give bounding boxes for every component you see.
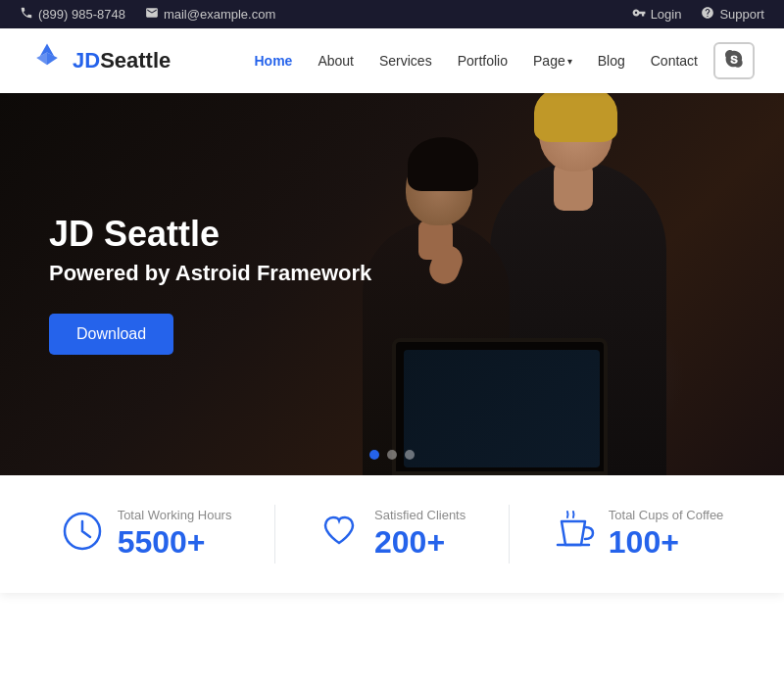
email-text: mail@example.com	[164, 7, 275, 22]
support-text: Support	[719, 7, 764, 22]
logo[interactable]: JDSeattle	[29, 40, 171, 81]
stat-coffee-value: 100+	[609, 524, 724, 561]
stat-satisfied-clients: Satisfied Clients 200+	[318, 508, 466, 561]
email-icon	[145, 6, 159, 23]
stat-divider-2	[509, 505, 510, 564]
chevron-down-icon: ▾	[567, 56, 572, 67]
nav-about[interactable]: About	[308, 47, 364, 74]
header: JDSeattle Home About Services Portfolio …	[0, 28, 784, 93]
stat-satisfied-clients-label: Satisfied Clients	[374, 508, 466, 522]
phone-link[interactable]: (899) 985-8748	[20, 6, 125, 23]
clock-icon	[61, 510, 104, 559]
nav-contact[interactable]: Contact	[641, 47, 708, 74]
top-bar-right: Login Support	[632, 6, 764, 23]
email-link[interactable]: mail@example.com	[145, 6, 275, 23]
carousel-dots	[369, 450, 415, 460]
support-link[interactable]: Support	[701, 6, 764, 23]
stat-working-hours-info: Total Working Hours 5500+	[118, 508, 232, 561]
stat-working-hours-label: Total Working Hours	[118, 508, 232, 522]
nav-blog[interactable]: Blog	[588, 47, 635, 74]
hero-title: JD Seattle	[49, 214, 371, 255]
stat-satisfied-clients-info: Satisfied Clients 200+	[374, 508, 466, 561]
key-icon	[632, 6, 646, 23]
logo-text: JDSeattle	[73, 48, 171, 74]
hero-subtitle: Powered by Astroid Framework	[49, 261, 371, 286]
phone-text: (899) 985-8748	[38, 7, 125, 22]
dot-2[interactable]	[387, 450, 397, 460]
hero-content: JD Seattle Powered by Astroid Framework …	[0, 214, 420, 355]
main-nav: Home About Services Portfolio Page ▾ Blo…	[244, 42, 755, 79]
stats-section: Total Working Hours 5500+ Satisfied Clie…	[0, 475, 784, 593]
stat-coffee-label: Total Cups of Coffee	[609, 508, 724, 522]
download-button[interactable]: Download	[49, 314, 173, 355]
logo-icon	[29, 40, 65, 81]
hero-section: JD Seattle Powered by Astroid Framework …	[0, 93, 784, 475]
dot-3[interactable]	[405, 450, 415, 460]
nav-portfolio[interactable]: Portfolio	[448, 47, 517, 74]
stat-working-hours-value: 5500+	[118, 524, 232, 561]
dot-1[interactable]	[369, 450, 379, 460]
heart-icon	[318, 510, 361, 559]
stat-working-hours: Total Working Hours 5500+	[61, 508, 232, 561]
top-bar-left: (899) 985-8748 mail@example.com	[20, 6, 275, 23]
phone-icon	[20, 6, 33, 23]
stat-divider-1	[274, 505, 275, 564]
nav-home[interactable]: Home	[244, 47, 302, 74]
stat-coffee: Total Cups of Coffee 100+	[552, 508, 724, 561]
nav-page[interactable]: Page ▾	[523, 47, 582, 74]
stat-coffee-info: Total Cups of Coffee 100+	[609, 508, 724, 561]
top-bar: (899) 985-8748 mail@example.com Login Su…	[0, 0, 784, 28]
skype-button[interactable]	[713, 42, 755, 79]
support-icon	[701, 6, 714, 23]
login-text: Login	[651, 7, 682, 22]
stat-satisfied-clients-value: 200+	[374, 524, 466, 561]
login-link[interactable]: Login	[632, 6, 682, 23]
nav-services[interactable]: Services	[369, 47, 442, 74]
coffee-icon	[552, 510, 595, 559]
